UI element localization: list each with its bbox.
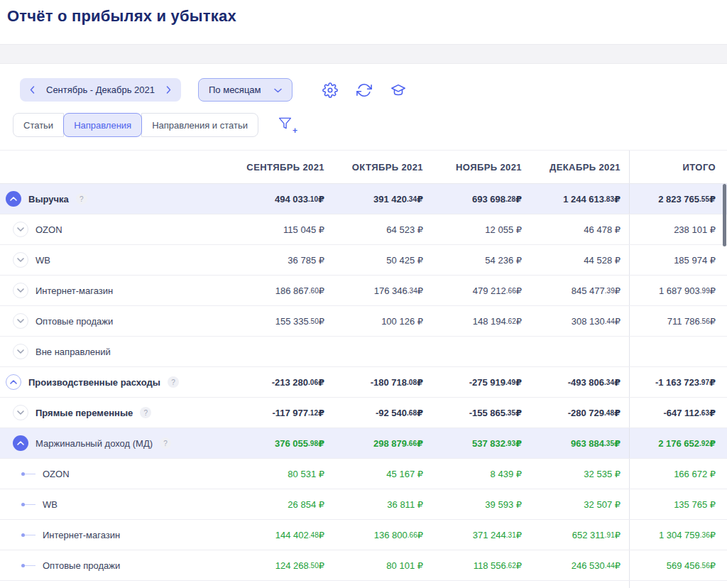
value-decimals: .62 (506, 317, 516, 325)
column-header: ИТОГО (629, 151, 727, 183)
value-cell: 115 045 ₽ (234, 214, 333, 244)
period-label: Сентябрь - Декабрь 2021 (46, 85, 155, 95)
value-cell (432, 337, 530, 366)
value-cell: 50 425 ₽ (333, 245, 432, 275)
row-label: Оптовые продажи (35, 316, 113, 327)
vertical-scrollbar[interactable] (723, 184, 726, 246)
table-body: Выручка?494 033.10 ₽391 420.34 ₽693 698.… (0, 184, 727, 581)
value-decimals: .34 (604, 379, 614, 386)
row-label-cell: Выручка? (0, 184, 234, 214)
row-label: Интернет-магазин (35, 285, 113, 296)
value-cell (333, 337, 432, 366)
value-cell: 36 785 ₽ (234, 245, 333, 275)
expand-toggle-icon[interactable] (13, 313, 28, 329)
value-cell: -155 865.35 ₽ (432, 398, 530, 428)
value-decimals: .98 (308, 440, 318, 447)
expand-toggle-icon[interactable] (13, 405, 28, 420)
value-decimals: .50 (309, 317, 319, 325)
column-header: ДЕКАБРЬ 2021 (530, 151, 629, 183)
value-cell: 144 402.48 ₽ (234, 520, 333, 550)
collapse-toggle-icon[interactable] (6, 374, 21, 390)
value-decimals: .34 (407, 195, 417, 203)
pnl-table: СЕНТЯБРЬ 2021ОКТЯБРЬ 2021НОЯБРЬ 2021ДЕКА… (0, 150, 727, 588)
value-decimals: .48 (604, 409, 614, 417)
period-selector[interactable]: Сентябрь - Декабрь 2021 (20, 78, 181, 102)
help-icon[interactable]: ? (140, 407, 151, 418)
value-cell: 64 523 ₽ (333, 214, 432, 244)
value-cell: 238 101 ₽ (629, 214, 727, 244)
help-icon[interactable]: ? (168, 376, 179, 388)
value-cell: 963 884.35 ₽ (530, 428, 629, 458)
tree-connector (21, 533, 35, 537)
value-cell: 12 055 ₽ (432, 214, 530, 244)
value-decimals: .49 (505, 379, 515, 386)
value-cell: 246 530.44 ₽ (530, 550, 629, 580)
view-tab-2[interactable]: Направления (63, 113, 142, 137)
tabs-row: СтатьиНаправленияНаправления и статьи + (13, 113, 727, 137)
row-label: Вне направлений (35, 347, 111, 357)
value-decimals: .10 (308, 195, 318, 203)
view-tab-1[interactable]: Статьи (13, 113, 64, 137)
value-cell: 100 126 ₽ (333, 306, 432, 336)
header-spacer (0, 151, 234, 183)
page-header: Отчёт о прибылях и убытках (0, 0, 727, 44)
value-cell: 54 236 ₽ (432, 245, 530, 275)
expand-toggle-icon[interactable] (13, 222, 28, 237)
value-cell: 44 528 ₽ (530, 245, 629, 275)
granularity-label: По месяцам (209, 85, 261, 95)
row-label: Выручка (28, 194, 69, 205)
education-icon[interactable] (390, 82, 406, 98)
row-label: Производственные расходы (28, 377, 160, 388)
value-cell: 45 167 ₽ (333, 459, 432, 489)
table-row: WB26 854 ₽36 811 ₽39 593 ₽32 507 ₽135 76… (0, 489, 727, 520)
granularity-dropdown[interactable]: По месяцам (198, 78, 293, 102)
row-label: WB (43, 499, 58, 510)
value-decimals: .39 (605, 287, 615, 295)
value-cell: -1 163 723.97 ₽ (629, 367, 727, 397)
value-cell: 494 033.10 ₽ (234, 184, 333, 214)
value-cell: 136 800.66 ₽ (333, 520, 432, 550)
value-cell: 166 672 ₽ (629, 459, 727, 489)
value-cell (530, 337, 629, 366)
table-row: Вне направлений (0, 337, 727, 367)
value-decimals: .66 (407, 440, 417, 447)
value-cell: 124 268.50 ₽ (234, 550, 333, 580)
settings-icon[interactable] (322, 82, 338, 98)
value-decimals: .99 (700, 287, 710, 295)
value-cell: 298 879.66 ₽ (333, 428, 432, 458)
value-cell: 1 304 759.36 ₽ (629, 520, 727, 550)
value-cell: 1 687 903.99 ₽ (629, 276, 727, 305)
tree-connector (21, 472, 35, 476)
help-icon[interactable]: ? (76, 193, 87, 205)
row-label-cell: Прямые переменные? (0, 398, 234, 428)
collapse-toggle-icon[interactable] (13, 435, 28, 451)
row-label-cell: Маржинальный доход (МД)? (0, 428, 234, 458)
collapse-toggle-icon[interactable] (6, 191, 21, 207)
value-cell: 1 244 613.83 ₽ (530, 184, 629, 214)
value-decimals: .66 (408, 531, 417, 539)
value-decimals: .35 (604, 440, 614, 447)
help-icon[interactable]: ? (160, 437, 171, 449)
table-row: Маржинальный доход (МД)?376 055.98 ₽298 … (0, 428, 727, 459)
filter-add-icon[interactable]: + (278, 116, 295, 134)
table-row-partial (0, 581, 727, 588)
value-decimals: .28 (505, 195, 515, 203)
view-tab-3[interactable]: Направления и статьи (141, 113, 258, 137)
row-label-cell: OZON (0, 214, 234, 244)
row-label-cell: Интернет-магазин (0, 520, 234, 550)
period-next-icon[interactable] (166, 86, 171, 94)
row-label-cell: OZON (0, 459, 234, 489)
value-cell: 32 507 ₽ (530, 489, 629, 519)
plus-icon: + (293, 126, 297, 135)
row-label: WB (35, 255, 50, 266)
expand-toggle-icon[interactable] (13, 283, 28, 298)
period-prev-icon[interactable] (30, 86, 35, 94)
expand-toggle-icon[interactable] (13, 344, 28, 359)
refresh-icon[interactable] (356, 82, 372, 98)
table-row: WB36 785 ₽50 425 ₽54 236 ₽44 528 ₽185 97… (0, 245, 727, 276)
value-decimals: .92 (699, 440, 709, 447)
value-decimals: .60 (309, 287, 319, 295)
expand-toggle-icon[interactable] (13, 252, 28, 268)
table-row: Производственные расходы?-213 280.06 ₽-1… (0, 367, 727, 398)
value-decimals: .97 (699, 379, 709, 386)
